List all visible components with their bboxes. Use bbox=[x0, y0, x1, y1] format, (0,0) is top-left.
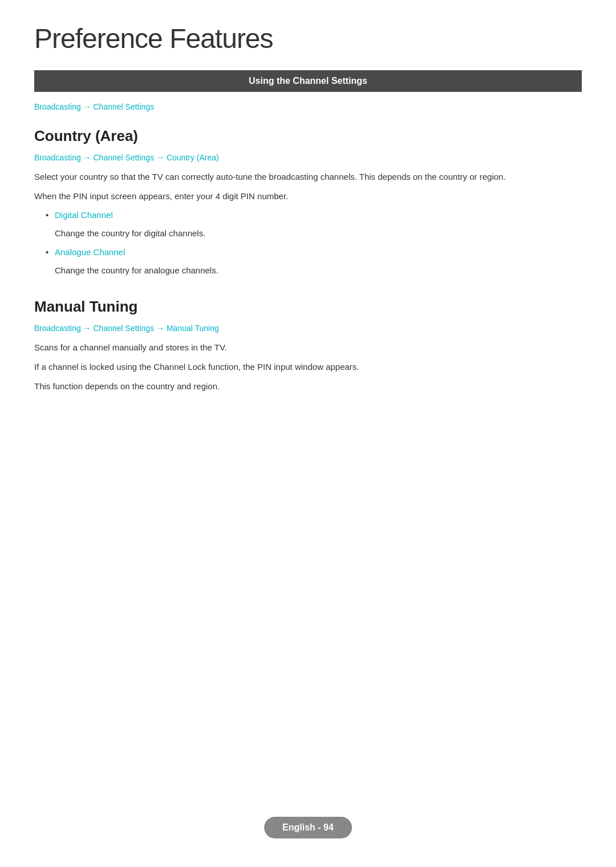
page-container: Preference Features Using the Channel Se… bbox=[0, 0, 616, 459]
manual-tuning-breadcrumb: Broadcasting → Channel Settings → Manual… bbox=[34, 324, 582, 333]
analogue-channel-link[interactable]: Analogue Channel bbox=[55, 247, 125, 257]
mt-arrow1: → bbox=[81, 324, 94, 333]
breadcrumb-broadcasting-link[interactable]: Broadcasting bbox=[34, 102, 81, 111]
section-header-bar: Using the Channel Settings bbox=[34, 70, 582, 92]
ca-breadcrumb-broadcasting[interactable]: Broadcasting bbox=[34, 153, 81, 162]
mt-breadcrumb-manual-tuning[interactable]: Manual Tuning bbox=[167, 324, 219, 333]
country-area-title: Country (Area) bbox=[34, 127, 582, 145]
bullet-analogue-channel: Analogue Channel bbox=[46, 247, 582, 257]
analogue-bullet-list: Analogue Channel bbox=[46, 247, 582, 257]
digital-channel-link[interactable]: Digital Channel bbox=[55, 210, 113, 220]
breadcrumb-top: Broadcasting → Channel Settings bbox=[34, 102, 582, 111]
manual-tuning-desc3: This function depends on the country and… bbox=[34, 380, 582, 393]
country-area-section: Country (Area) Broadcasting → Channel Se… bbox=[34, 127, 582, 277]
country-area-desc2: When the PIN input screen appears, enter… bbox=[34, 189, 582, 203]
country-area-breadcrumb: Broadcasting → Channel Settings → Countr… bbox=[34, 153, 582, 162]
country-area-desc1: Select your country so that the TV can c… bbox=[34, 170, 582, 184]
section-header-text: Using the Channel Settings bbox=[249, 76, 367, 86]
digital-channel-desc: Change the country for digital channels. bbox=[55, 227, 582, 240]
manual-tuning-desc1: Scans for a channel manually and stores … bbox=[34, 341, 582, 354]
ca-breadcrumb-country-area[interactable]: Country (Area) bbox=[167, 153, 219, 162]
manual-tuning-section: Manual Tuning Broadcasting → Channel Set… bbox=[34, 298, 582, 393]
manual-tuning-desc2: If a channel is locked using the Channel… bbox=[34, 360, 582, 374]
mt-arrow2: → bbox=[154, 324, 167, 333]
mt-breadcrumb-broadcasting[interactable]: Broadcasting bbox=[34, 324, 81, 333]
footer-badge: English - 94 bbox=[264, 817, 352, 838]
page-title: Preference Features bbox=[34, 23, 582, 54]
manual-tuning-title: Manual Tuning bbox=[34, 298, 582, 316]
ca-arrow2: → bbox=[154, 153, 167, 162]
breadcrumb-arrow1: → bbox=[81, 102, 94, 111]
bullet-digital-channel: Digital Channel bbox=[46, 210, 582, 220]
analogue-channel-desc: Change the country for analogue channels… bbox=[55, 264, 582, 277]
country-area-bullet-list: Digital Channel bbox=[46, 210, 582, 220]
breadcrumb-channel-settings-link[interactable]: Channel Settings bbox=[94, 102, 155, 111]
mt-breadcrumb-channel-settings[interactable]: Channel Settings bbox=[94, 324, 155, 333]
ca-arrow1: → bbox=[81, 153, 94, 162]
ca-breadcrumb-channel-settings[interactable]: Channel Settings bbox=[94, 153, 155, 162]
